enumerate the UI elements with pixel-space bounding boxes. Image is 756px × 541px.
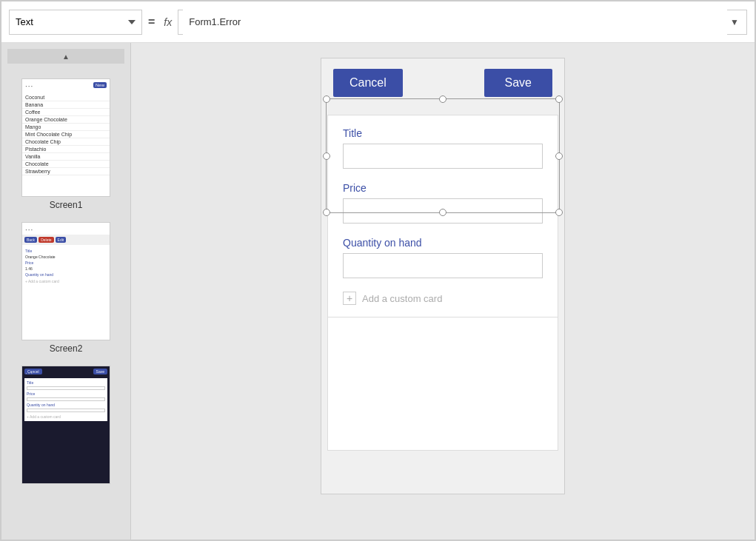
screen2-label: Screen2 [50,343,83,354]
screen2-thumbnail[interactable]: ··· Back Delete Edit Title Orange Chocol… [21,222,110,340]
top-bar: Text = fx ▼ [1,1,755,43]
screen2-container: ··· Back Delete Edit Title Orange Chocol… [7,222,124,354]
formula-input[interactable] [183,10,727,35]
spacer-top [321,107,564,115]
canvas-area: Cancel Save Title [131,43,755,541]
quantity-label: Quantity on hand [343,237,543,249]
screen3-container: ··· Cancel Save Title Price Quantity on … [7,366,124,484]
s2-edit-button[interactable]: Edit [56,237,67,243]
dots-icon: ··· [25,82,33,90]
s3-save-button[interactable]: Save [93,369,107,374]
screen2-dots-icon: ··· [25,226,33,234]
screen1-thumbnail[interactable]: ··· New Coconut Banana Coffee Orange Cho… [21,78,110,197]
formula-section: ▼ [178,10,747,35]
screen1-label: Screen1 [50,200,83,210]
form-footer [327,317,558,451]
title-input[interactable] [343,144,543,169]
equals-sign: = [148,16,155,29]
save-button[interactable]: Save [484,69,552,97]
formula-dropdown-button[interactable]: ▼ [727,14,742,30]
main-layout: ▲ ··· New Coconut Banana Coffee Orange C… [1,43,755,541]
left-sidebar: ▲ ··· New Coconut Banana Coffee Orange C… [1,43,131,541]
phone-frame: Cancel Save Title [321,58,565,494]
title-label: Title [343,127,543,139]
screen1-container: ··· New Coconut Banana Coffee Orange Cho… [7,78,124,210]
s2-delete-button[interactable]: Delete [39,237,53,243]
quantity-input[interactable] [343,253,543,278]
plus-icon: + [343,292,356,305]
property-select[interactable]: Text [9,10,142,35]
add-custom-card-label: Add a custom card [362,293,442,304]
fx-label: fx [164,16,172,28]
quantity-field-group: Quantity on hand [343,237,543,278]
screen3-thumbnail[interactable]: ··· Cancel Save Title Price Quantity on … [21,366,110,484]
add-custom-card[interactable]: + Add a custom card [343,292,543,305]
price-field-group: Price [343,182,543,224]
screen3-dots-icon: ··· [25,369,33,377]
s2-back-button[interactable]: Back [24,237,37,243]
scroll-up-button[interactable]: ▲ [7,49,124,64]
price-input[interactable] [343,198,543,224]
price-label: Price [343,182,543,194]
new-badge: New [93,82,107,88]
form-header: Cancel Save [321,58,564,107]
title-field-group: Title [343,127,543,169]
form-body: Title Price Quantity on hand + Add a cus… [327,115,558,317]
cancel-button[interactable]: Cancel [333,69,403,97]
